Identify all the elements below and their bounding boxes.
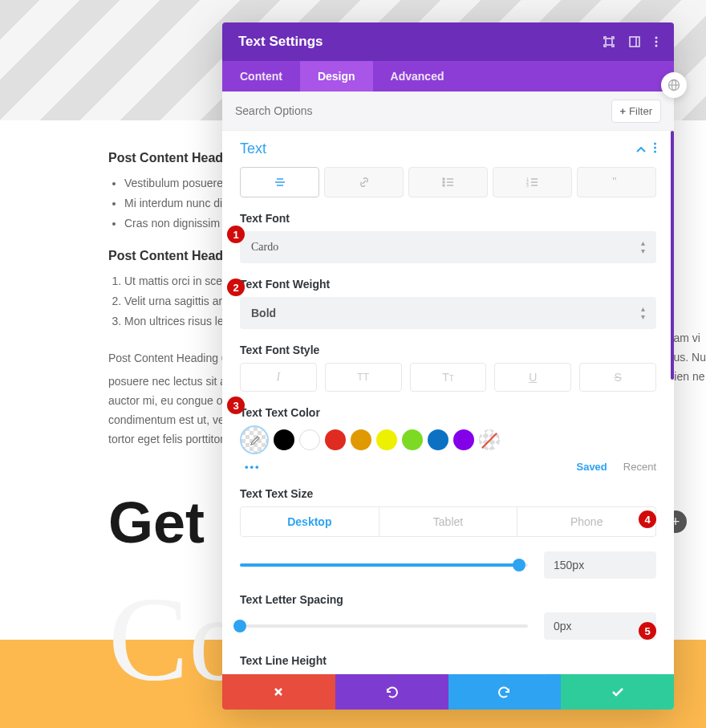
panel-title-icons [603,36,658,47]
section-actions [636,142,656,157]
spacing-slider-row: 0px [240,612,656,640]
callout-4: 4 [639,510,656,528]
color-swatch-yellow[interactable] [376,429,397,450]
panel-title: Text Settings [238,34,603,50]
recent-colors-tab[interactable]: Recent [623,461,656,473]
svg-text:": " [612,177,617,187]
font-select[interactable]: Cardo ▴▾ [240,231,656,263]
weight-select[interactable]: Bold ▴▾ [240,297,656,329]
spacing-field: Text Letter Spacing 0px [240,593,656,640]
panel-toolbar: + Filter [222,92,674,131]
section-header: Text [240,140,656,157]
save-button[interactable] [561,674,674,710]
size-label: Text Text Size [240,487,656,500]
style-field: Text Font Style I TT TT U S [240,344,656,392]
lineheight-label: Text Line Height [240,654,656,667]
size-slider-row: 150px [240,551,656,579]
weight-label: Text Font Weight [240,278,656,291]
quote-tab-icon[interactable]: " [577,167,656,197]
panel-footer [222,674,674,710]
color-swatch-purple[interactable] [453,429,474,450]
more-icon[interactable] [655,36,658,47]
ul-tab-icon[interactable] [408,167,488,197]
paragraph-tab-icon[interactable] [240,167,319,197]
color-label: Text Text Color [240,406,656,419]
collapse-icon[interactable] [636,142,646,157]
text-settings-panel: Text Settings Content Design Advanced + … [222,22,674,710]
panel-header: Text Settings Content Design Advanced [222,22,674,92]
color-swatch-green[interactable] [402,429,423,450]
cancel-button[interactable] [222,674,335,710]
panel-body: Text 123 " Text Font Cardo ▴▾ Text Font … [222,131,674,674]
color-swatches [240,425,656,454]
section-more-icon[interactable] [654,142,656,157]
search-input[interactable] [235,98,611,124]
ol-tab-icon[interactable]: 123 [493,167,572,197]
filter-button[interactable]: + Filter [611,100,661,123]
spacing-slider[interactable] [240,624,528,628]
strikethrough-button[interactable]: S [579,363,656,392]
globe-icon[interactable] [661,72,687,98]
tab-content[interactable]: Content [222,61,300,92]
callout-1: 1 [227,226,245,243]
font-value: Cardo [251,241,278,254]
device-tab-phone[interactable]: Phone [517,507,655,536]
callout-2: 2 [227,279,245,296]
svg-point-11 [654,150,656,153]
svg-point-17 [443,185,444,186]
device-tabs: Desktop Tablet Phone [240,506,656,537]
lineheight-value[interactable]: 1em [544,673,656,674]
tab-design[interactable]: Design [300,61,373,92]
svg-rect-1 [630,37,639,47]
size-field: Text Text Size Desktop Tablet Phone 150p… [240,487,656,579]
style-buttons: I TT TT U S [240,363,656,392]
italic-button[interactable]: I [240,363,317,392]
color-subrow: ••• Saved Recent [240,461,656,473]
lineheight-field: Text Line Height 1em [240,654,656,674]
undo-button[interactable] [335,674,448,710]
color-swatch-black[interactable] [274,429,294,450]
size-slider[interactable] [240,563,528,567]
weight-value: Bold [251,307,276,319]
panel-tabs: Content Design Advanced [222,61,674,92]
uppercase-button[interactable]: TT [325,363,402,392]
tab-advanced[interactable]: Advanced [373,61,462,92]
svg-point-5 [655,45,658,47]
svg-point-3 [655,37,658,39]
select-arrows-icon: ▴▾ [641,239,645,255]
panel-title-row: Text Settings [222,22,674,61]
font-label: Text Font [240,212,656,225]
font-field: Text Font Cardo ▴▾ [240,212,656,263]
expand-icon[interactable] [603,36,615,47]
bg-big-text: Get I [108,490,237,555]
callout-5: 5 [639,622,656,640]
size-value[interactable]: 150px [544,551,656,579]
color-swatch-none[interactable] [479,429,500,450]
color-swatch-red[interactable] [325,429,346,450]
color-picker-button[interactable] [240,425,269,454]
svg-rect-0 [606,39,612,45]
select-arrows-icon: ▴▾ [641,305,645,321]
underline-button[interactable]: U [494,363,571,392]
lineheight-slider-row: 1em [240,673,656,674]
device-tab-desktop[interactable]: Desktop [241,507,379,536]
color-swatch-white[interactable] [299,429,320,450]
saved-colors-tab[interactable]: Saved [576,461,607,473]
filter-label: Filter [629,105,652,117]
link-tab-icon[interactable] [324,167,404,197]
smallcaps-button[interactable]: TT [410,363,487,392]
weight-field: Text Font Weight Bold ▴▾ [240,278,656,329]
text-element-tabs: 123 " [240,167,656,197]
section-title: Text [240,140,266,157]
svg-point-9 [654,142,656,144]
color-swatch-blue[interactable] [428,429,448,450]
svg-point-4 [655,41,658,43]
dock-icon[interactable] [629,36,640,47]
color-more-icon[interactable]: ••• [245,461,261,473]
device-tab-tablet[interactable]: Tablet [379,507,517,536]
redo-button[interactable] [448,674,562,710]
color-swatch-orange[interactable] [351,429,371,450]
style-label: Text Font Style [240,344,656,356]
svg-point-15 [443,178,444,180]
svg-point-10 [654,146,656,148]
